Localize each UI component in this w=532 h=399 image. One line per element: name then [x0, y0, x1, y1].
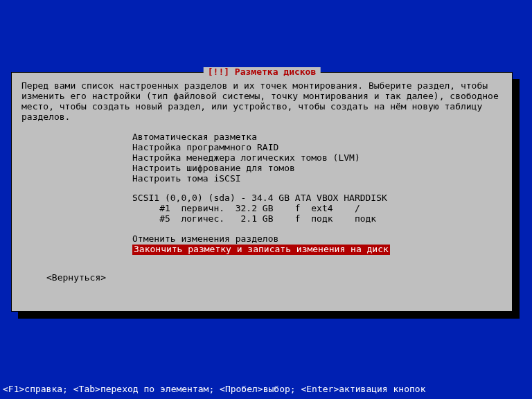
dialog-shadow-bottom	[18, 312, 520, 319]
menu-undo-changes[interactable]: Отменить изменения разделов	[132, 234, 502, 245]
menu-configure-raid[interactable]: Настройка программного RAID	[132, 143, 502, 153]
dialog-content: Перед вами список настроенных разделов и…	[12, 73, 512, 290]
dialog-box: [!!] Разметка дисков Перед вами список н…	[11, 72, 513, 312]
menu-configure-encryption[interactable]: Настроить шифрование для томов	[132, 163, 502, 174]
back-button[interactable]: <Вернуться>	[46, 273, 502, 283]
dialog-shadow-right	[513, 79, 520, 319]
footer-help: <F1>справка; <Tab>переход по элементам; …	[0, 384, 532, 395]
partition-dialog: [!!] Разметка дисков Перед вами список н…	[11, 72, 521, 320]
menu-disk-sda[interactable]: SCSI1 (0,0,0) (sda) - 34.4 GB ATA VBOX H…	[132, 193, 502, 204]
menu-finish-partitioning[interactable]: Закончить разметку и записать изменения …	[132, 245, 390, 255]
menu-partition-5[interactable]: #5 логичес. 2.1 GB f подк подк	[132, 214, 502, 224]
intro-text: Перед вами список настроенных разделов и…	[21, 81, 502, 123]
menu-configure-iscsi[interactable]: Настроить тома iSCSI	[132, 174, 502, 184]
menu-configure-lvm[interactable]: Настройка менеджера логических томов (LV…	[132, 153, 502, 163]
menu: Автоматическая разметка Настройка програ…	[132, 132, 502, 255]
dialog-title: [!!] Разметка дисков	[204, 67, 321, 78]
menu-partition-1[interactable]: #1 первичн. 32.2 GB f ext4 /	[132, 204, 502, 214]
menu-auto-partition[interactable]: Автоматическая разметка	[132, 132, 502, 143]
